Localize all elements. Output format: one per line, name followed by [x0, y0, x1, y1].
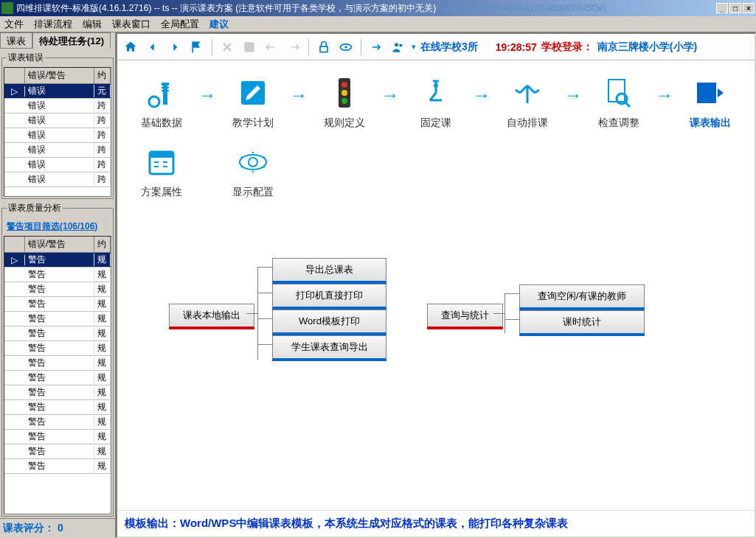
- forward-arrow-icon[interactable]: [166, 38, 184, 56]
- undo-icon[interactable]: [263, 38, 280, 56]
- table-row[interactable]: 错误跨: [4, 172, 111, 187]
- table-row[interactable]: 警告规: [4, 385, 111, 400]
- diagram-local-output[interactable]: 课表本地输出: [169, 304, 254, 329]
- login-label: 学校登录：: [541, 41, 593, 54]
- arrow-icon: →: [656, 85, 673, 105]
- menu-file[interactable]: 文件: [4, 18, 24, 31]
- table-row[interactable]: 警告规: [4, 341, 111, 356]
- step-scheme-props[interactable]: 方案属性: [132, 144, 191, 199]
- app-icon: [1, 2, 13, 14]
- tab-schedule[interactable]: 课表: [0, 32, 32, 49]
- save-icon[interactable]: [240, 38, 258, 56]
- svg-point-14: [434, 83, 438, 88]
- table-row[interactable]: 错误跨: [4, 143, 111, 158]
- arrow-icon: →: [473, 85, 490, 105]
- svg-point-7: [149, 97, 159, 107]
- table-row[interactable]: 警告规: [4, 312, 111, 326]
- table-row[interactable]: 警告规: [4, 459, 111, 474]
- close-button[interactable]: ×: [743, 3, 755, 13]
- table-row[interactable]: 警告规: [4, 282, 111, 297]
- sidebar: 课表 待处理任务(12) 课表错误 错误/警告 约 ▷错误元错误跨错误跨错误跨错…: [0, 32, 116, 538]
- content-area: ▾ 在线学校3所 19:28:57 学校登录： 南京三牌楼小学(小学) 基础数据…: [116, 32, 756, 538]
- diagram-item[interactable]: 导出总课表: [272, 258, 386, 284]
- svg-point-11: [341, 82, 347, 88]
- step-teach-plan[interactable]: 教学计划: [223, 75, 282, 130]
- diagram-item[interactable]: 打印机直接打印: [272, 284, 386, 310]
- step-display-config[interactable]: 显示配置: [223, 144, 282, 199]
- menu-suggest[interactable]: 建议: [209, 18, 229, 31]
- table-row[interactable]: 错误跨: [4, 113, 111, 128]
- login-school[interactable]: 南京三牌楼小学(小学): [597, 41, 697, 54]
- menu-process[interactable]: 排课流程: [34, 18, 72, 31]
- table-row[interactable]: 警告规: [4, 400, 111, 415]
- table-row[interactable]: 警告规: [4, 297, 111, 312]
- svg-rect-8: [163, 83, 167, 105]
- filter-link[interactable]: 警告项目筛选(106/106): [4, 217, 111, 236]
- diagram-item[interactable]: 学生课表查询导出: [272, 335, 386, 361]
- maximize-button[interactable]: □: [729, 3, 741, 13]
- svg-rect-17: [697, 83, 716, 103]
- online-schools: 在线学校3所: [420, 41, 478, 54]
- arrow-icon: →: [381, 85, 399, 105]
- tab-tasks[interactable]: 待处理任务(12): [32, 32, 111, 49]
- step-rules[interactable]: 规则定义: [315, 75, 374, 130]
- table-row[interactable]: 警告规: [4, 430, 111, 444]
- step-auto[interactable]: 自动排课: [498, 75, 557, 130]
- svg-rect-0: [192, 41, 193, 52]
- title-bar: 四维排课软件-标准版(4.16.1.2716) -- ts -- 演示课表方案 …: [0, 0, 756, 16]
- step-check[interactable]: 检查调整: [589, 75, 648, 130]
- arrow-icon: →: [564, 85, 582, 105]
- table-row[interactable]: ▷错误元: [4, 84, 111, 99]
- svg-point-6: [399, 43, 402, 46]
- table-row[interactable]: 警告规: [4, 415, 111, 430]
- delete-icon[interactable]: [218, 38, 236, 56]
- arrow-icon: →: [290, 85, 308, 105]
- table-row[interactable]: 错误跨: [4, 158, 111, 172]
- toolbar: ▾ 在线学校3所 19:28:57 学校登录： 南京三牌楼小学(小学): [117, 34, 755, 60]
- table-row[interactable]: 警告规: [4, 356, 111, 371]
- diagram-item[interactable]: 查询空闲/有课的教师: [519, 284, 645, 310]
- table-row[interactable]: 警告规: [4, 268, 111, 282]
- diagram-query-stats[interactable]: 查询与统计: [427, 304, 503, 329]
- table-row[interactable]: 警告规: [4, 326, 111, 341]
- step-fixed[interactable]: 固定课: [406, 75, 465, 130]
- group-quality: 课表质量分析 警告项目筛选(106/106) 错误/警告 约 ▷警告规警告规警告…: [1, 202, 114, 517]
- lock-icon[interactable]: [315, 38, 333, 56]
- svg-point-21: [249, 158, 257, 167]
- users-icon[interactable]: [389, 38, 407, 56]
- arrow-icon: →: [198, 85, 216, 105]
- menu-window[interactable]: 课表窗口: [112, 18, 150, 31]
- home-icon[interactable]: [122, 38, 139, 56]
- step-basic-data[interactable]: 基础数据: [132, 75, 191, 130]
- group-errors: 课表错误 错误/警告 约 ▷错误元错误跨错误跨错误跨错误跨错误跨错误跨: [1, 52, 114, 199]
- svg-rect-19: [150, 152, 173, 158]
- svg-rect-1: [244, 42, 254, 52]
- eye-icon[interactable]: [337, 38, 355, 56]
- back-arrow-icon[interactable]: [144, 38, 162, 56]
- minimize-button[interactable]: _: [716, 3, 728, 13]
- table-row[interactable]: 错误跨: [4, 128, 111, 143]
- step-output[interactable]: 课表输出: [681, 75, 740, 130]
- svg-point-5: [395, 43, 398, 46]
- window-title: 四维排课软件-标准版(4.16.1.2716) -- ts -- 演示课表方案 …: [16, 2, 716, 15]
- diagram-item[interactable]: 课时统计: [519, 310, 645, 336]
- menu-bar: 文件 排课流程 编辑 课表窗口 全局配置 建议: [0, 16, 756, 32]
- footer-hint: 模板输出：Word/WPS中编辑课表模板，本系统生成对应格式的课表，能打印各种复…: [117, 510, 755, 537]
- connect-icon[interactable]: [367, 38, 385, 56]
- table-row[interactable]: 警告规: [4, 371, 111, 385]
- svg-point-13: [341, 98, 347, 104]
- table-row[interactable]: ▷警告规: [4, 253, 111, 268]
- clock: 19:28:57: [496, 41, 537, 53]
- svg-rect-2: [320, 46, 327, 52]
- output-diagram: 课表本地输出 导出总课表打印机直接打印Word模板打印学生课表查询导出 查询与统…: [132, 258, 740, 391]
- table-row[interactable]: 错误跨: [4, 99, 111, 113]
- menu-edit[interactable]: 编辑: [83, 18, 102, 31]
- table-row[interactable]: 警告规: [4, 444, 111, 459]
- svg-point-4: [344, 46, 347, 48]
- flag-icon[interactable]: [188, 38, 206, 56]
- diagram-item[interactable]: Word模板打印: [272, 310, 386, 335]
- score-label: 课表评分： 0: [0, 518, 115, 538]
- redo-icon[interactable]: [285, 38, 302, 56]
- menu-global[interactable]: 全局配置: [161, 18, 199, 31]
- svg-point-12: [341, 90, 347, 96]
